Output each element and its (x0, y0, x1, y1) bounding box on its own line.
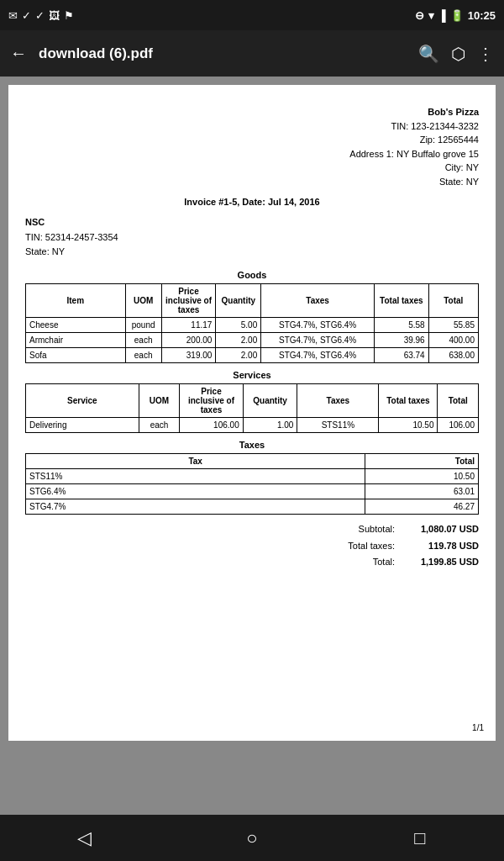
goods-table: Item UOM Price inclusive of taxes Quanti… (25, 283, 479, 363)
grand-total-label: Total: (373, 554, 395, 571)
tax-col-total: Total (365, 453, 479, 468)
svc-cell-totaltaxes: 10.50 (379, 417, 438, 432)
goods-table-row: Armchair each 200.00 2.00 STG4.7%, STG6.… (26, 332, 479, 347)
services-table: Service UOM Price inclusive of taxes Qua… (25, 383, 479, 433)
goods-cell-price: 319.00 (161, 347, 216, 362)
svc-col-total: Total (438, 383, 479, 417)
tax-cell-total: 10.50 (365, 468, 479, 483)
goods-table-header-row: Item UOM Price inclusive of taxes Quanti… (26, 283, 479, 317)
nav-title: download (6).pdf (39, 45, 407, 62)
tax-cell-name: STG4.7% (26, 499, 365, 514)
tax-cell-total: 46.27 (365, 499, 479, 514)
goods-table-row: Sofa each 319.00 2.00 STG4.7%, STG6.4% 6… (26, 347, 479, 362)
check-icon-1: ✓ (22, 9, 31, 22)
client-name: NSC (25, 215, 479, 230)
client-state: State: NY (25, 245, 479, 260)
goods-cell-taxes: STG4.7%, STG6.4% (261, 332, 375, 347)
svc-cell-uom: each (139, 417, 180, 432)
svc-col-uom: UOM (139, 383, 180, 417)
taxes-section-title: Taxes (25, 440, 479, 450)
svc-cell-taxes: STS11% (297, 417, 379, 432)
svc-col-service: Service (26, 383, 139, 417)
home-nav-button[interactable]: ○ (227, 821, 277, 855)
goods-col-item: Item (26, 283, 126, 317)
subtotal-label: Subtotal: (359, 521, 395, 538)
company-address: Address 1: NY Buffalo grove 15 (25, 147, 479, 161)
more-button[interactable]: ⋮ (477, 44, 494, 64)
goods-cell-total: 638.00 (428, 347, 478, 362)
goods-cell-uom: each (125, 332, 161, 347)
company-info: Bob's Pizza TIN: 123-21344-3232 Zip: 125… (25, 105, 479, 188)
subtotal-line: Subtotal: 1,080.07 USD (25, 521, 479, 538)
flag-icon: ⚑ (64, 9, 74, 22)
status-right-icons: ⊖ ▾ ▐ 🔋 10:25 (415, 9, 496, 22)
goods-section-title: Goods (25, 270, 479, 280)
goods-cell-total: 400.00 (428, 332, 478, 347)
svc-col-qty: Quantity (243, 383, 297, 417)
services-table-header-row: Service UOM Price inclusive of taxes Qua… (26, 383, 479, 417)
company-state: State: NY (25, 175, 479, 189)
tax-col-tax: Tax (26, 453, 365, 468)
totals-section: Subtotal: 1,080.07 USD Total taxes: 119.… (25, 521, 479, 571)
tax-cell-name: STG6.4% (26, 483, 365, 499)
total-taxes-label: Total taxes: (348, 538, 395, 555)
back-nav-button[interactable]: ◁ (59, 821, 109, 855)
goods-cell-qty: 5.00 (216, 317, 261, 332)
battery-icon: 🔋 (450, 9, 464, 22)
total-taxes-value: 119.78 USD (403, 538, 479, 555)
svc-cell-qty: 1.00 (243, 417, 297, 432)
svc-col-taxes: Taxes (297, 383, 379, 417)
document-page: Bob's Pizza TIN: 123-21344-3232 Zip: 125… (8, 85, 496, 741)
goods-col-price: Price inclusive of taxes (161, 283, 216, 317)
services-table-row: Delivering each 106.00 1.00 STS11% 10.50… (26, 417, 479, 432)
wifi-icon: ▾ (428, 9, 434, 22)
taxes-table: Tax Total STS11% 10.50 STG6.4% 63.01 STG… (25, 453, 479, 515)
company-zip: Zip: 12565444 (25, 133, 479, 147)
goods-cell-taxes: STG4.7%, STG6.4% (261, 317, 375, 332)
company-tin: TIN: 123-21344-3232 (25, 119, 479, 134)
goods-table-row: Cheese pound 11.17 5.00 STG4.7%, STG6.4%… (26, 317, 479, 332)
tax-cell-name: STS11% (26, 468, 365, 483)
page-number: 1/1 (472, 723, 484, 732)
goods-col-uom: UOM (125, 283, 161, 317)
taxes-table-row: STS11% 10.50 (26, 468, 479, 483)
goods-cell-totaltaxes: 63.74 (375, 347, 429, 362)
signal-icon: ▐ (438, 9, 446, 22)
status-icons: ✉ ✓ ✓ 🖼 ⚑ (8, 9, 74, 22)
mail-icon: ✉ (8, 9, 18, 22)
taxes-table-row: STG6.4% 63.01 (26, 483, 479, 499)
client-tin: TIN: 52314-2457-3354 (25, 230, 479, 246)
taxes-table-row: STG4.7% 46.27 (26, 499, 479, 514)
goods-cell-price: 11.17 (161, 317, 216, 332)
goods-cell-item: Cheese (26, 317, 126, 332)
svc-cell-total: 106.00 (438, 417, 479, 432)
goods-cell-totaltaxes: 39.96 (375, 332, 429, 347)
check-icon-2: ✓ (35, 9, 45, 22)
nav-bar: ← download (6).pdf 🔍 ⬡ ⋮ (0, 30, 504, 77)
goods-col-total: Total (428, 283, 478, 317)
client-info: NSC TIN: 52314-2457-3354 State: NY (25, 215, 479, 260)
svc-cell-price: 106.00 (180, 417, 243, 432)
invoice-header: Invoice #1-5, Date: Jul 14, 2016 (25, 197, 479, 207)
image-icon: 🖼 (49, 9, 60, 22)
goods-col-qty: Quantity (216, 283, 261, 317)
grand-total-line: Total: 1,199.85 USD (25, 554, 479, 571)
services-section-title: Services (25, 370, 479, 380)
goods-cell-totaltaxes: 5.58 (375, 317, 429, 332)
company-city: City: NY (25, 161, 479, 175)
goods-cell-uom: each (125, 347, 161, 362)
svc-col-price: Price inclusive of taxes (180, 383, 243, 417)
goods-cell-taxes: STG4.7%, STG6.4% (261, 347, 375, 362)
svc-cell-service: Delivering (26, 417, 139, 432)
goods-cell-total: 55.85 (428, 317, 478, 332)
recent-nav-button[interactable]: □ (395, 821, 445, 855)
goods-cell-price: 200.00 (161, 332, 216, 347)
search-button[interactable]: 🔍 (418, 44, 439, 64)
minus-circle-icon: ⊖ (415, 9, 424, 22)
back-button[interactable]: ← (10, 44, 27, 63)
goods-cell-qty: 2.00 (216, 332, 261, 347)
time-display: 10:25 (468, 9, 496, 22)
subtotal-value: 1,080.07 USD (403, 521, 479, 538)
drive-button[interactable]: ⬡ (451, 44, 465, 64)
document-area: Bob's Pizza TIN: 123-21344-3232 Zip: 125… (0, 77, 504, 815)
